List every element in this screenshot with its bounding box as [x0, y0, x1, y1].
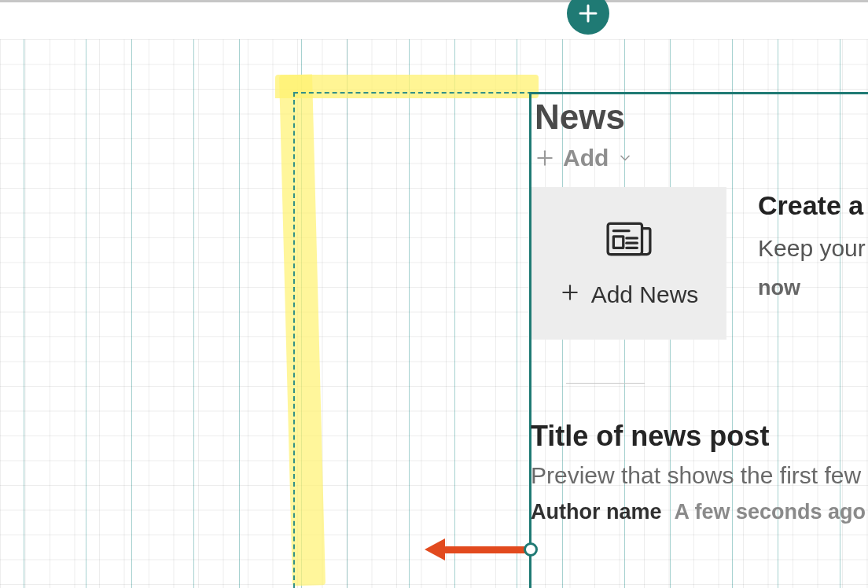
- post-author: Author name: [531, 500, 662, 524]
- post-title: Title of news post: [531, 420, 868, 453]
- promo-subheading: Keep your: [758, 235, 866, 262]
- post-time: A few seconds ago: [675, 500, 866, 524]
- divider: [566, 383, 645, 384]
- add-news-label: Add News: [591, 281, 699, 308]
- news-icon: [605, 219, 653, 259]
- add-news-tile[interactable]: Add News: [531, 187, 726, 340]
- add-menu-button[interactable]: Add: [535, 145, 868, 171]
- top-divider: [0, 0, 868, 2]
- add-section-button[interactable]: [567, 0, 609, 35]
- highlighter-annotation: [275, 75, 539, 98]
- news-post-item[interactable]: Title of news post Preview that shows th…: [531, 420, 868, 524]
- svg-rect-6: [613, 237, 623, 248]
- plus-icon: [560, 281, 580, 308]
- plus-icon: [535, 148, 555, 168]
- webpart-title: News: [535, 97, 868, 137]
- promo-timestamp: now: [758, 276, 866, 300]
- post-preview: Preview that shows the first few li: [531, 462, 868, 489]
- drag-arrow-annotation: [425, 539, 535, 560]
- add-menu-label: Add: [563, 145, 609, 171]
- resize-handle[interactable]: [524, 542, 538, 557]
- promo-heading: Create a: [758, 190, 866, 221]
- chevron-down-icon: [616, 149, 634, 167]
